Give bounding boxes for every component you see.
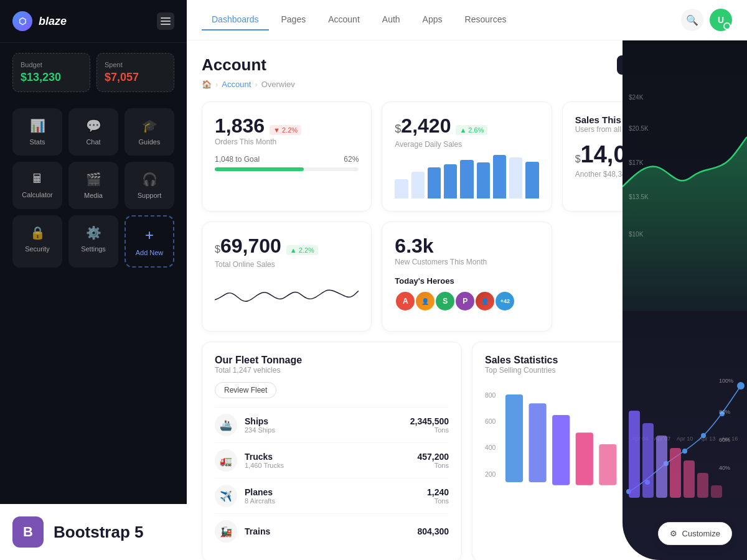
customize-button[interactable]: ⚙ Customize <box>658 522 732 545</box>
wavy-svg <box>215 275 359 319</box>
hero-avatar-2: 👤 <box>415 291 436 312</box>
svg-rect-32 <box>552 415 570 485</box>
chat-icon: 💬 <box>86 118 101 133</box>
svg-rect-24 <box>697 473 708 498</box>
nav-link-dashboards[interactable]: Dashboards <box>202 9 269 30</box>
daily-dollar: $ <box>395 118 401 140</box>
customers-label: New Customers This Month <box>395 258 538 266</box>
trucks-unit: Tons <box>417 462 449 469</box>
support-label: Support <box>138 192 162 199</box>
spent-value: $7,057 <box>105 71 166 84</box>
daily-badge: ▲ 2.6% <box>456 125 487 135</box>
progress-pct: 62% <box>344 155 359 164</box>
ships-unit: Tons <box>410 426 449 434</box>
progress-bar-fill <box>215 167 304 171</box>
svg-text:$10K: $10K <box>629 231 644 238</box>
svg-rect-22 <box>670 448 681 498</box>
sidebar-item-calculator[interactable]: 🖩 Calculator <box>12 162 62 209</box>
guides-icon: 🎓 <box>142 118 157 133</box>
bar-9 <box>525 162 538 199</box>
sidebar-menu-button[interactable] <box>157 12 174 30</box>
bar-6 <box>477 162 490 198</box>
settings-icon: ⚙️ <box>86 225 101 240</box>
svg-rect-30 <box>505 394 523 482</box>
search-button[interactable]: 🔍 <box>681 9 703 31</box>
ships-value: 2,345,500 <box>410 416 449 426</box>
svg-rect-20 <box>642 423 654 498</box>
planes-unit: Tons <box>427 497 449 505</box>
progress-section: 1,048 to Goal 62% <box>215 155 359 171</box>
svg-rect-34 <box>599 444 616 485</box>
calculator-label: Calculator <box>22 191 53 198</box>
nav-link-pages[interactable]: Pages <box>271 9 316 30</box>
daily-value: 2,420 <box>401 114 451 138</box>
progress-bar-bg <box>215 167 359 171</box>
sidebar-item-add-new[interactable]: + Add New <box>125 215 174 268</box>
bootstrap-label: Bootstrap 5 <box>54 523 143 542</box>
svg-text:$20.5K: $20.5K <box>629 125 649 132</box>
media-icon: 🎬 <box>86 172 101 187</box>
sidebar-item-chat[interactable]: 💬 Chat <box>68 108 118 156</box>
nav-link-auth[interactable]: Auth <box>372 9 410 30</box>
sidebar-item-media[interactable]: 🎬 Media <box>68 162 118 209</box>
user-avatar[interactable]: U <box>710 9 732 31</box>
svg-text:600: 600 <box>485 418 496 425</box>
trains-icon: 🚂 <box>215 520 237 543</box>
fleet-item-trains: 🚂 Trains 804,300 <box>215 513 449 549</box>
nav-link-resources[interactable]: Resources <box>455 9 517 30</box>
breadcrumb-home: 🏠 <box>202 80 212 89</box>
svg-rect-25 <box>711 485 722 498</box>
budget-value: $13,230 <box>21 71 82 84</box>
sidebar-item-security[interactable]: 🔒 Security <box>12 215 62 268</box>
planes-sub: 8 Aircrafts <box>245 497 275 505</box>
sidebar-item-stats[interactable]: 📊 Stats <box>12 108 62 156</box>
ships-name: Ships <box>245 416 275 426</box>
hero-avatar-4: P <box>454 291 476 312</box>
hero-avatar-more: +42 <box>494 291 515 312</box>
bar-5 <box>460 160 473 198</box>
sidebar-header: ⬡ blaze <box>0 0 187 43</box>
bootstrap-badge: B Bootstrap 5 <box>0 504 187 560</box>
svg-rect-31 <box>529 403 547 482</box>
calculator-icon: 🖩 <box>31 172 44 186</box>
trucks-value: 457,200 <box>417 452 449 462</box>
wavy-chart <box>215 275 359 319</box>
svg-text:100%: 100% <box>719 378 733 384</box>
svg-rect-0 <box>161 17 171 19</box>
breadcrumb-overview: Overwiev <box>261 80 295 89</box>
logo-area: ⬡ blaze <box>12 11 67 31</box>
budget-label: Budget <box>21 61 82 68</box>
add-icon: + <box>145 226 154 244</box>
svg-text:200: 200 <box>485 471 496 478</box>
hero-avatar-5: 👤 <box>474 291 496 312</box>
sidebar-item-settings[interactable]: ⚙️ Settings <box>68 215 118 268</box>
stats-icon: 📊 <box>30 118 45 133</box>
chat-label: Chat <box>86 138 100 146</box>
fleet-title: Our Fleet Tonnage <box>215 355 449 366</box>
nav-link-apps[interactable]: Apps <box>413 9 453 30</box>
bar-7 <box>493 155 506 198</box>
sales-dollar: $ <box>575 148 581 170</box>
daily-sales-card: $ 2,420 ▲ 2.6% Average Daily Sales <box>382 101 552 212</box>
trucks-name: Trucks <box>245 452 284 462</box>
nav-link-account[interactable]: Account <box>318 9 370 30</box>
sidebar-item-support[interactable]: 🎧 Support <box>125 162 174 209</box>
dark-overlay: $24K $20.5K $17K $13.5K $10K Apr 04 Apr … <box>622 0 747 560</box>
sidebar-item-guides[interactable]: 🎓 Guides <box>125 108 174 156</box>
heroes-section: Today's Heroes A 👤 S P 👤 +42 <box>395 276 538 312</box>
hero-avatar-3: S <box>435 291 456 312</box>
budget-section: Budget $13,230 Spent $7,057 <box>0 43 187 102</box>
trains-name: Trains <box>245 526 270 536</box>
bar-4 <box>444 164 457 198</box>
mini-bar-chart <box>395 155 538 198</box>
review-fleet-button[interactable]: Review Fleet <box>215 382 276 398</box>
ships-icon: 🚢 <box>215 414 237 436</box>
top-navigation: Dashboards Pages Account Auth Apps Resou… <box>187 0 747 40</box>
online-sales-card: $ 69,700 ▲ 2.2% Total Online Sales <box>202 222 372 332</box>
budget-card: Budget $13,230 <box>12 53 90 92</box>
online-label: Total Online Sales <box>215 260 359 269</box>
bar-2 <box>411 172 425 198</box>
svg-rect-1 <box>161 21 171 22</box>
sales-overlay-chart: $24K $20.5K $17K $13.5K $10K <box>622 62 747 311</box>
breadcrumb-account[interactable]: Account <box>222 80 251 89</box>
